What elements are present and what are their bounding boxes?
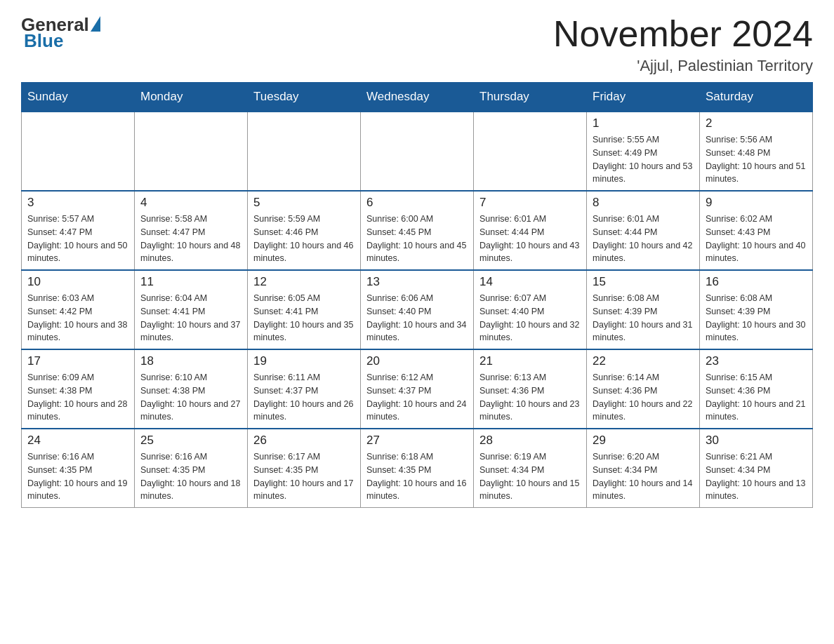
day-info: Sunrise: 6:06 AMSunset: 4:40 PMDaylight:… [366,292,468,344]
day-number: 8 [593,196,694,210]
column-header-friday: Friday [587,83,700,112]
column-header-tuesday: Tuesday [248,83,361,112]
calendar-cell: 11Sunrise: 6:04 AMSunset: 4:41 PMDayligh… [135,270,248,349]
day-number: 5 [253,196,355,210]
column-header-thursday: Thursday [474,83,587,112]
day-number: 13 [366,275,468,289]
day-info: Sunrise: 6:19 AMSunset: 4:34 PMDaylight:… [479,450,581,503]
day-number: 7 [479,196,581,210]
day-number: 3 [27,196,128,210]
column-header-wednesday: Wednesday [361,83,474,112]
day-number: 16 [706,275,807,289]
day-number: 20 [366,354,468,368]
column-header-saturday: Saturday [700,83,813,112]
calendar-cell: 1Sunrise: 5:55 AMSunset: 4:49 PMDaylight… [587,112,700,191]
day-number: 29 [593,434,694,448]
day-number: 4 [140,196,241,210]
week-row-5: 24Sunrise: 6:16 AMSunset: 4:35 PMDayligh… [22,429,813,508]
page-header: General Blue November 2024 'Ajjul, Pales… [21,14,813,75]
calendar-cell: 27Sunrise: 6:18 AMSunset: 4:35 PMDayligh… [361,429,474,508]
day-info: Sunrise: 6:14 AMSunset: 4:36 PMDaylight:… [593,371,694,424]
day-number: 27 [366,434,468,448]
day-number: 6 [366,196,468,210]
day-info: Sunrise: 6:18 AMSunset: 4:35 PMDaylight:… [366,450,468,503]
calendar-cell: 15Sunrise: 6:08 AMSunset: 4:39 PMDayligh… [587,270,700,349]
day-info: Sunrise: 6:13 AMSunset: 4:36 PMDaylight:… [479,371,581,424]
calendar-cell: 6Sunrise: 6:00 AMSunset: 4:45 PMDaylight… [361,191,474,270]
day-info: Sunrise: 6:16 AMSunset: 4:35 PMDaylight:… [27,450,128,503]
week-row-1: 1Sunrise: 5:55 AMSunset: 4:49 PMDaylight… [22,112,813,191]
calendar-cell: 16Sunrise: 6:08 AMSunset: 4:39 PMDayligh… [700,270,813,349]
day-info: Sunrise: 6:12 AMSunset: 4:37 PMDaylight:… [366,371,468,424]
calendar-cell [361,112,474,191]
calendar-cell [248,112,361,191]
day-info: Sunrise: 6:08 AMSunset: 4:39 PMDaylight:… [706,292,807,344]
day-number: 18 [140,354,241,368]
day-number: 14 [479,275,581,289]
logo-blue-text: Blue [24,30,63,52]
calendar-cell [22,112,135,191]
day-info: Sunrise: 6:08 AMSunset: 4:39 PMDaylight:… [593,292,694,344]
day-number: 22 [593,354,694,368]
day-info: Sunrise: 5:55 AMSunset: 4:49 PMDaylight:… [593,133,694,186]
day-info: Sunrise: 6:02 AMSunset: 4:43 PMDaylight:… [706,213,807,265]
calendar-table: SundayMondayTuesdayWednesdayThursdayFrid… [21,82,813,508]
day-info: Sunrise: 6:17 AMSunset: 4:35 PMDaylight:… [253,450,355,503]
day-info: Sunrise: 5:57 AMSunset: 4:47 PMDaylight:… [27,213,128,265]
calendar-cell [135,112,248,191]
calendar-cell: 4Sunrise: 5:58 AMSunset: 4:47 PMDaylight… [135,191,248,270]
calendar-cell: 21Sunrise: 6:13 AMSunset: 4:36 PMDayligh… [474,349,587,429]
calendar-cell: 24Sunrise: 6:16 AMSunset: 4:35 PMDayligh… [22,429,135,508]
day-number: 24 [27,434,128,448]
day-info: Sunrise: 6:09 AMSunset: 4:38 PMDaylight:… [27,371,128,424]
calendar-cell: 29Sunrise: 6:20 AMSunset: 4:34 PMDayligh… [587,429,700,508]
calendar-cell: 25Sunrise: 6:16 AMSunset: 4:35 PMDayligh… [135,429,248,508]
calendar-cell: 28Sunrise: 6:19 AMSunset: 4:34 PMDayligh… [474,429,587,508]
day-number: 9 [706,196,807,210]
day-info: Sunrise: 6:15 AMSunset: 4:36 PMDaylight:… [706,371,807,424]
day-number: 15 [593,275,694,289]
day-info: Sunrise: 6:03 AMSunset: 4:42 PMDaylight:… [27,292,128,344]
calendar-cell: 19Sunrise: 6:11 AMSunset: 4:37 PMDayligh… [248,349,361,429]
day-info: Sunrise: 5:58 AMSunset: 4:47 PMDaylight:… [140,213,241,265]
day-info: Sunrise: 5:56 AMSunset: 4:48 PMDaylight:… [706,133,807,186]
day-number: 17 [27,354,128,368]
day-info: Sunrise: 6:05 AMSunset: 4:41 PMDaylight:… [253,292,355,344]
day-info: Sunrise: 6:00 AMSunset: 4:45 PMDaylight:… [366,213,468,265]
day-number: 1 [593,116,694,130]
calendar-cell: 9Sunrise: 6:02 AMSunset: 4:43 PMDaylight… [700,191,813,270]
calendar-cell: 7Sunrise: 6:01 AMSunset: 4:44 PMDaylight… [474,191,587,270]
day-number: 26 [253,434,355,448]
day-info: Sunrise: 5:59 AMSunset: 4:46 PMDaylight:… [253,213,355,265]
calendar-cell: 30Sunrise: 6:21 AMSunset: 4:34 PMDayligh… [700,429,813,508]
day-number: 28 [479,434,581,448]
week-row-3: 10Sunrise: 6:03 AMSunset: 4:42 PMDayligh… [22,270,813,349]
calendar-cell: 22Sunrise: 6:14 AMSunset: 4:36 PMDayligh… [587,349,700,429]
day-number: 2 [706,116,807,130]
day-info: Sunrise: 6:16 AMSunset: 4:35 PMDaylight:… [140,450,241,503]
calendar-cell: 8Sunrise: 6:01 AMSunset: 4:44 PMDaylight… [587,191,700,270]
week-row-4: 17Sunrise: 6:09 AMSunset: 4:38 PMDayligh… [22,349,813,429]
calendar-cell: 18Sunrise: 6:10 AMSunset: 4:38 PMDayligh… [135,349,248,429]
day-number: 19 [253,354,355,368]
calendar-title: November 2024 [553,14,813,54]
day-number: 30 [706,434,807,448]
column-header-monday: Monday [135,83,248,112]
day-number: 25 [140,434,241,448]
calendar-cell: 13Sunrise: 6:06 AMSunset: 4:40 PMDayligh… [361,270,474,349]
day-info: Sunrise: 6:07 AMSunset: 4:40 PMDaylight:… [479,292,581,344]
day-info: Sunrise: 6:20 AMSunset: 4:34 PMDaylight:… [593,450,694,503]
day-number: 12 [253,275,355,289]
calendar-cell: 12Sunrise: 6:05 AMSunset: 4:41 PMDayligh… [248,270,361,349]
calendar-cell: 5Sunrise: 5:59 AMSunset: 4:46 PMDaylight… [248,191,361,270]
day-number: 21 [479,354,581,368]
column-header-sunday: Sunday [22,83,135,112]
logo: General Blue [21,14,100,52]
calendar-header-row: SundayMondayTuesdayWednesdayThursdayFrid… [22,83,813,112]
calendar-cell: 14Sunrise: 6:07 AMSunset: 4:40 PMDayligh… [474,270,587,349]
calendar-cell: 3Sunrise: 5:57 AMSunset: 4:47 PMDaylight… [22,191,135,270]
calendar-subtitle: 'Ajjul, Palestinian Territory [553,57,813,75]
calendar-cell: 17Sunrise: 6:09 AMSunset: 4:38 PMDayligh… [22,349,135,429]
day-info: Sunrise: 6:01 AMSunset: 4:44 PMDaylight:… [479,213,581,265]
calendar-cell: 20Sunrise: 6:12 AMSunset: 4:37 PMDayligh… [361,349,474,429]
